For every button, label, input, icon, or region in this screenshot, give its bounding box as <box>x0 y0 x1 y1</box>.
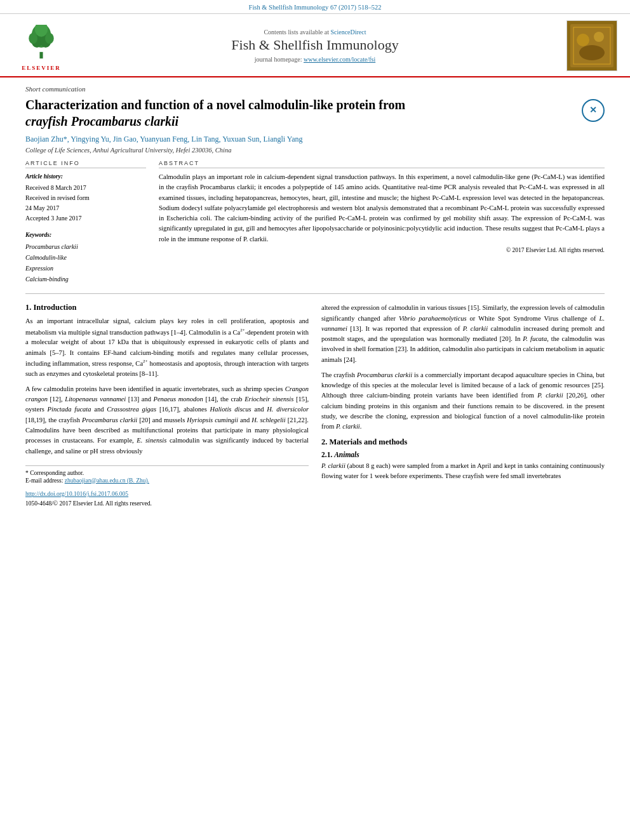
received-revised-label: Received in revised form <box>25 194 90 201</box>
corresponding-author-note: * Corresponding author. <box>25 470 309 476</box>
issn-line: 1050-4648/© 2017 Elsevier Ltd. All right… <box>25 500 309 507</box>
main-content: Short communication ✕ Characterization a… <box>0 77 630 516</box>
history-label: Article history: <box>25 172 146 182</box>
elsevier-logo: ELSEVIER <box>13 20 70 76</box>
section-divider <box>25 293 605 294</box>
keyword-2: Calmodulin-like <box>25 252 146 263</box>
journal-homepage-link[interactable]: www.elsevier.com/locate/fsi <box>304 56 375 63</box>
keyword-3: Expression <box>25 263 146 274</box>
right-para-2: The crayfish Procambarus clarkii is a co… <box>321 370 605 432</box>
intro-para-1: As an important intracellular signal, ca… <box>25 316 309 379</box>
svg-point-11 <box>579 45 605 60</box>
journal-info: Contents lists available at ScienceDirec… <box>76 20 554 76</box>
svg-point-9 <box>577 34 589 46</box>
doi-section: http://dx.doi.org/10.1016/j.fsi.2017.06.… <box>25 489 309 498</box>
body-right-column: altered the expression of calmodulin in … <box>321 303 605 507</box>
body-left-column: 1. Introduction As an important intracel… <box>25 303 309 507</box>
right-para-1: altered the expression of calmodulin in … <box>321 303 605 365</box>
keywords-label: Keywords: <box>25 230 146 240</box>
journal-thumbnail <box>560 20 617 76</box>
animals-para: P. clarkii (about 8 g each) were sampled… <box>321 461 605 482</box>
methods-heading: 2. Materials and methods <box>321 437 605 447</box>
animals-heading-italic: Animals <box>334 451 359 458</box>
sciencedirect-link[interactable]: ScienceDirect <box>330 29 366 36</box>
journal-reference: Fish & Shellfish Immunology 67 (2017) 51… <box>0 0 630 14</box>
footnotes: * Corresponding author. E-mail address: … <box>25 465 309 484</box>
journal-homepage: journal homepage: www.elsevier.com/locat… <box>255 56 375 63</box>
article-type: Short communication <box>25 85 605 93</box>
email-link[interactable]: zhubaojian@ahau.edu.cn (B. Zhu). <box>65 477 149 484</box>
authors: Baojian Zhu*, Yingying Yu, Jin Gao, Yuan… <box>25 135 605 144</box>
journal-cover-image <box>566 20 617 71</box>
article-info-label: ARTICLE INFO <box>25 160 146 168</box>
journal-title: Fish & Shellfish Immunology <box>231 37 398 53</box>
revised-date: 24 May 2017 <box>25 204 59 211</box>
received-date: Received 8 March 2017 <box>25 184 86 191</box>
elsevier-brand-text: ELSEVIER <box>22 65 61 71</box>
accepted-date: Accepted 3 June 2017 <box>25 215 82 222</box>
journal-header: ELSEVIER Contents lists available at Sci… <box>0 14 630 77</box>
affiliation: College of Life Sciences, Anhui Agricult… <box>25 147 605 154</box>
abstract-text: Calmodulin plays an important role in ca… <box>159 172 605 244</box>
crossmark-icon: ✕ <box>582 99 605 122</box>
svg-point-4 <box>29 33 37 44</box>
crossmark: ✕ <box>582 99 605 122</box>
keywords-block: Keywords: Procambarus clarkii Calmodulin… <box>25 230 146 284</box>
email-footnote: E-mail address: zhubaojian@ahau.edu.cn (… <box>25 477 309 484</box>
article-info-column: ARTICLE INFO Article history: Received 8… <box>25 160 146 284</box>
doi-link[interactable]: http://dx.doi.org/10.1016/j.fsi.2017.06.… <box>25 491 128 497</box>
intro-heading: 1. Introduction <box>25 303 309 312</box>
abstract-label: ABSTRACT <box>159 160 605 168</box>
keyword-1: Procambarus clarkii <box>25 241 146 252</box>
animals-heading: 2.1. Animals <box>321 451 605 458</box>
article-info-abstract: ARTICLE INFO Article history: Received 8… <box>25 160 605 284</box>
article-title-italic: crayfish Procambarus clarkii <box>25 114 178 128</box>
keyword-4: Calcium-binding <box>25 274 146 284</box>
sciencedirect-label: Contents lists available at ScienceDirec… <box>264 29 366 36</box>
abstract-column: ABSTRACT Calmodulin plays an important r… <box>159 160 605 284</box>
body-content: 1. Introduction As an important intracel… <box>25 303 605 507</box>
copyright: © 2017 Elsevier Ltd. All rights reserved… <box>159 247 605 253</box>
svg-rect-0 <box>39 52 43 58</box>
article-history: Article history: Received 8 March 2017 R… <box>25 172 146 223</box>
svg-point-10 <box>594 32 604 42</box>
svg-point-5 <box>45 33 54 44</box>
intro-para-2: A few calmodulin proteins have been iden… <box>25 384 309 457</box>
article-title: ✕ Characterization and function of a nov… <box>25 97 605 130</box>
